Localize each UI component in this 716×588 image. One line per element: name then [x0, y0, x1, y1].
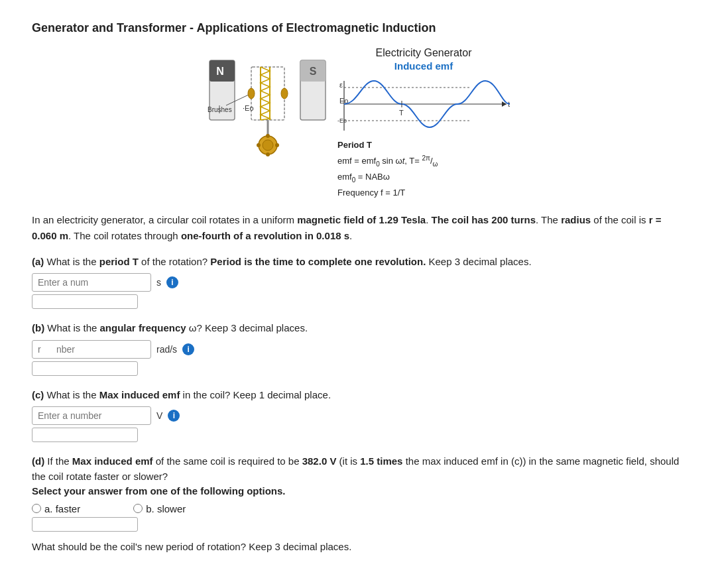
max-emf-info-icon[interactable]: i — [168, 410, 180, 422]
question-a-label: (a) What is the period T of the rotation… — [32, 255, 684, 270]
svg-text:-Eo: -Eo — [337, 117, 347, 124]
question-b-label: (b) What is the angular frequency ω? Kee… — [32, 321, 684, 336]
generator-illustration: N S — [206, 47, 326, 153]
max-emf-feedback — [32, 428, 138, 442]
diagram-area: N S — [32, 47, 684, 200]
svg-text:S: S — [310, 66, 317, 77]
radio-slower[interactable] — [133, 504, 143, 513]
svg-point-11 — [266, 152, 270, 156]
question-b-block: (b) What is the angular frequency ω? Kee… — [32, 321, 684, 376]
rotation-speed-options: a. faster b. slower — [32, 503, 684, 514]
wave-chart: t ε Eo -Eo T — [337, 74, 510, 134]
period-unit: s — [156, 277, 161, 288]
svg-text:·Eo: ·Eo — [243, 104, 254, 112]
question-a-block: (a) What is the period T of the rotation… — [32, 255, 684, 310]
question-b-input-row: rad/s i — [32, 340, 684, 359]
period-info-icon[interactable]: i — [166, 276, 178, 288]
svg-text:N: N — [216, 66, 224, 77]
svg-point-10 — [266, 134, 270, 138]
formula-period: Period T — [337, 138, 438, 152]
max-emf-unit: V — [156, 410, 162, 421]
option-slower[interactable]: b. slower — [133, 503, 186, 514]
induced-emf-label: Induced emf — [337, 60, 510, 72]
svg-point-17 — [281, 88, 288, 99]
option-slower-label: b. slower — [146, 503, 186, 514]
period-input[interactable] — [32, 273, 151, 292]
new-period-label: What should be the coil's new period of … — [32, 540, 684, 555]
page-title: Generator and Transformer - Applications… — [32, 21, 684, 35]
question-c-label: (c) What is the Max induced emf in the c… — [32, 388, 684, 403]
question-c-input-row: V i — [32, 406, 684, 425]
question-d-block: (d) If the Max induced emf of the same c… — [32, 454, 684, 554]
question-d-label: (d) If the Max induced emf of the same c… — [32, 454, 684, 499]
angular-freq-unit: rad/s — [156, 344, 177, 355]
question-a-input-row: s i — [32, 273, 684, 292]
formula-emf: emf = emf0 sin ωt, T= 2π/ω — [337, 152, 438, 170]
option-faster[interactable]: a. faster — [32, 503, 80, 514]
formula-block: Period T emf = emf0 sin ωt, T= 2π/ω emf0… — [337, 138, 438, 200]
diagram-title: Electricity Generator — [337, 47, 510, 59]
svg-point-16 — [248, 88, 255, 99]
rotation-speed-feedback — [32, 517, 138, 532]
svg-point-13 — [275, 143, 279, 147]
radio-faster[interactable] — [32, 504, 41, 513]
svg-point-9 — [263, 140, 273, 150]
option-faster-label: a. faster — [44, 503, 80, 514]
angular-freq-input[interactable] — [32, 340, 151, 359]
max-emf-input[interactable] — [32, 406, 151, 425]
svg-text:ε: ε — [339, 81, 343, 89]
formula-frequency: Frequency f = 1/T — [337, 186, 438, 200]
svg-text:T: T — [399, 109, 404, 117]
angular-freq-feedback — [32, 361, 138, 376]
formula-emf0: emf0 = NABω — [337, 170, 438, 186]
diagram-right: Electricity Generator Induced emf t ε Eo… — [337, 47, 510, 200]
problem-text: In an electricity generator, a circular … — [32, 212, 684, 244]
question-c-block: (c) What is the Max induced emf in the c… — [32, 388, 684, 443]
angular-freq-info-icon[interactable]: i — [182, 343, 194, 355]
period-feedback — [32, 294, 138, 309]
diagram-container: N S — [206, 47, 510, 200]
svg-point-12 — [257, 143, 261, 147]
